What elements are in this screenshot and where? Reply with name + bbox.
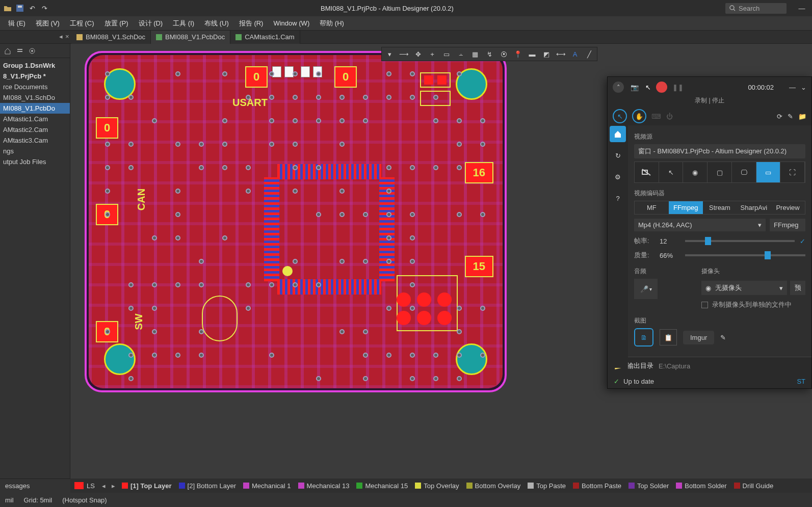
menu-design[interactable]: 设计 (D) — [134, 16, 168, 31]
folder-icon[interactable] — [3, 4, 12, 13]
tree-settings[interactable]: ngs — [0, 146, 70, 156]
camera-separate-checkbox[interactable] — [701, 302, 708, 308]
status-right[interactable]: ST — [797, 378, 805, 385]
text-icon[interactable]: A — [570, 49, 580, 59]
edit-icon[interactable]: ✎ — [788, 113, 793, 120]
tree-cam3[interactable]: AMtastic3.Cam — [0, 135, 70, 146]
plus-icon[interactable]: + — [428, 49, 437, 59]
poly-icon[interactable]: ◩ — [542, 49, 551, 59]
outdir-path[interactable]: E:\Captura — [659, 362, 690, 370]
enc-sharpavi[interactable]: SharpAvi — [737, 201, 771, 214]
layer-prev[interactable]: ◂ — [99, 482, 109, 490]
power-icon[interactable]: ⏻ — [666, 113, 673, 120]
menu-project[interactable]: 工程 (C) — [65, 16, 99, 31]
help-tab[interactable]: ? — [610, 190, 626, 206]
layer-tab[interactable]: Bottom Solder — [672, 482, 730, 490]
tree-cam1[interactable]: AMtastic1.Cam — [0, 114, 70, 124]
screenshot-button[interactable]: 📷 — [629, 82, 640, 93]
enc-stream[interactable]: Stream — [703, 201, 737, 214]
save-screenshot-button[interactable]: 🗎 — [634, 328, 653, 346]
tree-cam2[interactable]: AMtastic2.Cam — [0, 124, 70, 135]
tab-pcbdoc[interactable]: BMI088_V1.PcbDoc — [151, 31, 230, 44]
mode-webcam[interactable]: ◉ — [683, 162, 708, 182]
edit-screenshot-icon[interactable]: ✎ — [720, 334, 726, 341]
line-icon[interactable]: ╱ — [585, 49, 594, 59]
hand-tool[interactable]: ✋ — [632, 109, 646, 123]
source-select[interactable]: 窗口 - BMI088V1.PrjPcb - Altium Designer (… — [634, 144, 805, 158]
pin-icon[interactable]: 📍 — [513, 49, 522, 59]
tree-output-jobs[interactable]: utput Job Files — [0, 156, 70, 167]
screen-recorder-window[interactable]: ˄ 📷 ↖ ❚❚ 00:00:02 — ⌄ 录制 | 停止 ↖ ✋ ⌨ ⏻ ⟳ … — [607, 76, 812, 389]
layer-tab[interactable]: Top Paste — [524, 482, 569, 490]
enc-ffmpeg[interactable]: FFmpeg — [669, 201, 703, 214]
redo-icon[interactable]: ↷ — [40, 4, 49, 13]
menu-view[interactable]: 视图 (V) — [31, 16, 65, 31]
menu-tools[interactable]: 工具 (I) — [168, 16, 199, 31]
menu-window[interactable]: Window (W) — [268, 16, 315, 31]
record-button[interactable] — [656, 82, 667, 93]
folder-icon[interactable]: 📁 — [798, 113, 806, 120]
expand-icon[interactable]: ⌄ — [801, 84, 806, 91]
panel-gear-icon[interactable] — [29, 47, 36, 55]
keyboard-icon[interactable]: ⌨ — [651, 113, 661, 120]
pcb-board[interactable]: 0 0 0 0 0 16 15 USART CAN SW — [85, 51, 507, 392]
fps-check-icon[interactable]: ✓ — [800, 237, 805, 245]
enc-preview[interactable]: Preview — [771, 201, 805, 214]
minimize-icon[interactable]: — — [789, 84, 796, 91]
ffmpeg-config[interactable]: FFmpeg — [770, 219, 805, 231]
panel-list-icon[interactable] — [16, 47, 23, 55]
layer-tab[interactable]: Drill Guide — [730, 482, 777, 490]
mode-region[interactable]: ▭ — [756, 162, 781, 182]
settings-tab[interactable]: ⚙ — [610, 169, 626, 185]
history-tab[interactable]: ↻ — [610, 147, 626, 164]
fps-slider[interactable] — [685, 240, 795, 242]
refresh-icon[interactable]: ⟳ — [777, 113, 782, 120]
menu-edit[interactable]: 辑 (E) — [3, 16, 31, 31]
layer-tab[interactable]: Bottom Paste — [569, 482, 625, 490]
enc-mf[interactable]: MF — [635, 201, 669, 214]
layer-tab[interactable]: Mechanical 15 — [353, 482, 411, 490]
tab-cam[interactable]: CAMtastic1.Cam — [230, 31, 300, 44]
quality-slider[interactable] — [685, 254, 805, 256]
menu-help[interactable]: 帮助 (H) — [315, 16, 349, 31]
mic-select[interactable]: 🎤▾ — [634, 279, 658, 299]
layer-tab[interactable]: Top Solder — [625, 482, 672, 490]
tree-project[interactable]: 8_V1.PrjPcb * — [0, 71, 70, 82]
filter-icon[interactable]: ▾ — [385, 49, 394, 59]
tree-source-documents[interactable]: rce Documents — [0, 82, 70, 92]
layer-set[interactable]: LS — [87, 482, 95, 490]
camera-preview-button[interactable]: 预 — [790, 281, 805, 295]
mode-no-video[interactable] — [635, 162, 659, 182]
layer-tab[interactable]: Mechanical 13 — [295, 482, 353, 490]
layer-next[interactable]: ▸ — [109, 482, 118, 490]
layer-tab[interactable]: [1] Top Layer — [118, 482, 175, 490]
fill-icon[interactable]: ▬ — [528, 49, 537, 59]
search-input[interactable]: Search — [725, 3, 787, 14]
tree-schdoc[interactable]: MI088_V1.SchDo — [0, 92, 70, 103]
panel-home-icon[interactable] — [4, 47, 11, 55]
layer-tab[interactable]: Top Overlay — [411, 482, 462, 490]
layer-icon[interactable]: ▦ — [470, 49, 480, 59]
layer-tab[interactable]: Bottom Overlay — [463, 482, 525, 490]
layer-tab[interactable]: [2] Bottom Layer — [175, 482, 240, 490]
tab-schdoc[interactable]: BMI088_V1.SchDoc — [71, 31, 151, 44]
menu-route[interactable]: 布线 (U) — [199, 16, 234, 31]
collapse-button[interactable]: ˄ — [613, 82, 624, 93]
format-select[interactable]: Mp4 (H.264, AAC)▾ — [634, 219, 766, 231]
pointer-tool[interactable]: ↖ — [613, 109, 627, 123]
imgur-button[interactable]: Imgur — [683, 331, 714, 344]
tab-close[interactable]: × — [63, 31, 71, 42]
rect-icon[interactable]: ▭ — [442, 49, 451, 59]
tree-pcbdoc[interactable]: MI088_V1.PcbDo — [0, 103, 70, 114]
mode-window[interactable]: ▢ — [708, 162, 732, 182]
mode-cursor[interactable]: ↖ — [659, 162, 684, 182]
menu-place[interactable]: 放置 (P) — [99, 16, 134, 31]
home-tab[interactable] — [610, 126, 626, 142]
undo-icon[interactable]: ↶ — [28, 4, 37, 13]
move-icon[interactable]: ✥ — [413, 49, 423, 59]
mode-fullscreen[interactable]: ⛶ — [780, 162, 805, 182]
tree-workspace[interactable]: Group 1.DsnWrk — [0, 60, 70, 71]
camera-select[interactable]: ◉ 无摄像头 ▾ — [701, 281, 787, 295]
route-icon[interactable]: ↯ — [485, 49, 494, 59]
clipboard-button[interactable]: 📋 — [660, 329, 677, 345]
